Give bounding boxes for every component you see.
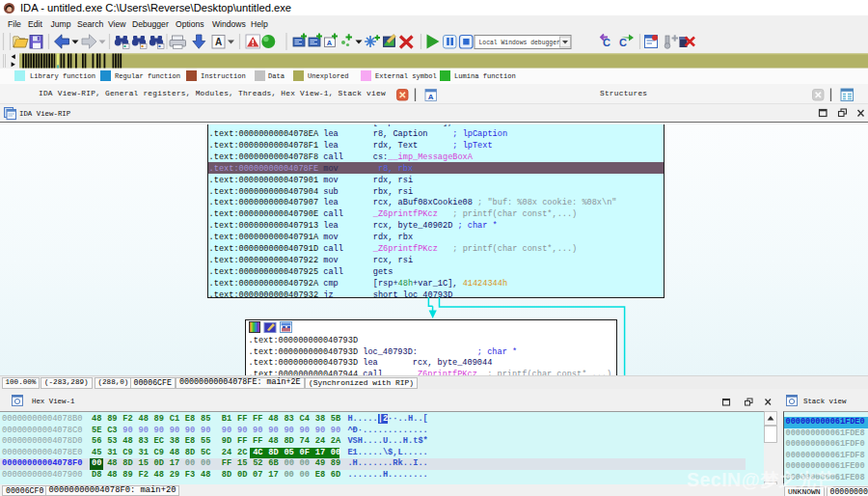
svg-text:C: C [619,37,627,48]
svg-text:C: C [603,37,610,48]
svg-text:A: A [428,93,434,101]
svg-text:A: A [215,37,222,47]
svg-text:Local Windows debugger: Local Windows debugger [479,40,561,46]
svg-text:A: A [327,39,333,47]
